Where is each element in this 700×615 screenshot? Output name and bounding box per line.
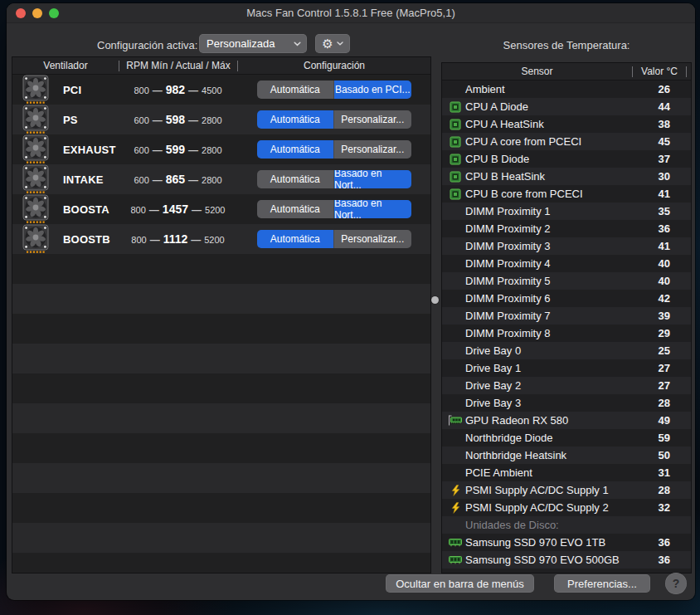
sensor-row[interactable]: DIMM Proximity 1 35 [442,203,691,220]
sensor-value: 36 [648,222,691,235]
splitter-handle[interactable] [431,296,439,304]
sensor-row[interactable]: DIMM Proximity 5 40 [442,272,691,290]
sensor-value: 41 [648,240,691,252]
sensor-row[interactable]: DIMM Proximity 2 36 [442,220,691,237]
minimize-button[interactable] [32,8,42,18]
sensor-row[interactable]: Drive Bay 2 27 [442,377,691,394]
rpm-separator: — [188,174,198,186]
fan-name: BOOSTA [63,203,109,216]
sensor-row[interactable]: PSMI Supply AC/DC Supply 2 32 [442,499,691,516]
sensor-row[interactable]: DIMM Proximity 8 29 [442,325,691,342]
fan-rpm-max: 5200 [205,205,225,215]
settings-menu-button[interactable]: ⚙ [315,34,350,53]
fan-rpm: 800—1457—5200 [119,202,237,217]
zoom-button[interactable] [49,8,59,18]
sensor-row[interactable]: CPU A HeatSink 38 [442,115,691,133]
auto-mode-button[interactable]: Automática [257,200,334,218]
fan-name: BOOSTB [63,233,110,246]
fan-rpm-min: 800 [134,85,148,95]
title-bar: Macs Fan Control 1.5.8.1 Free (MacPro5,1… [7,3,695,23]
fan-table-header: Ventilador RPM Mín / Actual / Máx Config… [12,57,430,75]
fan-row[interactable]: PCI 800—982—4500 Automática Basado en PC… [12,75,430,105]
sensor-row[interactable]: DIMM Proximity 3 41 [442,237,691,255]
fan-row[interactable]: BOOSTA 800—1457—5200 Automática Basado e… [12,194,430,224]
auto-mode-button[interactable]: Automática [257,230,334,248]
custom-mode-button[interactable]: Personalizar... [333,230,411,248]
fan-rpm-max: 2800 [202,115,221,125]
sensor-row[interactable]: Samsung SSD 970 EVO 500GB 36 [442,551,691,569]
cpu-icon [446,101,464,113]
sensor-value: 25 [648,344,691,357]
sensor-row[interactable]: Unidades de Disco: [442,516,691,534]
fan-column-header: Ventilador [12,60,119,71]
hide-in-menubar-button[interactable]: Ocultar en barra de menús [386,574,534,593]
auto-mode-button[interactable]: Automática [257,110,334,129]
disk-icon [446,555,464,564]
sensor-row[interactable]: Ambient 26 [442,81,691,98]
sensor-row[interactable]: Drive Bay 0 25 [442,342,691,359]
sensor-row[interactable]: DIMM Proximity 7 39 [442,307,691,325]
sensor-name: CPU A Diode [464,100,648,113]
sensor-column-header: Sensor [442,66,632,77]
sensor-row[interactable]: PSMI Supply AC/DC Supply 1 28 [442,481,691,499]
custom-mode-button[interactable]: Personalizar... [333,140,411,159]
custom-mode-button[interactable]: Basado en Nort... [333,170,411,188]
fan-row[interactable]: PS 600—598—2800 Automática Personalizar.… [12,105,430,134]
sensor-row[interactable]: CPU A Diode 44 [442,98,691,115]
fan-icon [22,224,49,254]
cpu-icon [446,136,464,148]
sensor-name: DIMM Proximity 4 [464,257,648,270]
fan-rpm-min: 600 [134,175,148,185]
config-select[interactable]: Personalizada [199,34,307,53]
fan-name: INTAKE [63,173,104,186]
fan-rpm-current: 1457 [163,203,188,216]
sensor-row[interactable]: Drive Bay 3 28 [442,394,691,412]
fan-rpm-max: 2800 [202,175,221,185]
sensor-value: 41 [648,188,691,200]
fan-mode-segmented-control: Automática Personalizar... [257,230,411,248]
sensor-row[interactable]: Samsung SSD 970 EVO 1TB 36 [442,534,691,551]
power-icon [446,485,464,496]
sensor-row[interactable]: CPU A core from PCECI 45 [442,133,691,150]
sensor-name: DIMM Proximity 1 [464,205,648,217]
sensor-row[interactable]: GPU Radeon RX 580 49 [442,412,691,429]
sensor-row[interactable]: DIMM Proximity 6 42 [442,290,691,307]
custom-mode-button[interactable]: Personalizar... [333,110,411,129]
fan-name: PS [63,114,78,126]
fan-row[interactable]: EXHAUST 600—599—2800 Automática Personal… [12,134,430,164]
sensor-name: DIMM Proximity 6 [464,292,648,305]
sensor-row[interactable]: CPU B core from PCECI 41 [442,185,691,203]
sensor-row[interactable]: Northbridge Heatsink 50 [442,447,691,464]
fan-row[interactable]: INTAKE 600—865—2800 Automática Basado en… [12,164,430,194]
sensor-name: Drive Bay 1 [464,362,648,374]
fan-rpm-max: 4500 [202,85,221,95]
custom-mode-button[interactable]: Basado en PCI... [333,81,411,99]
sensor-row[interactable]: CPU B HeatSink 30 [442,168,691,185]
fan-rpm-max: 2800 [202,145,221,155]
help-button[interactable]: ? [665,573,687,594]
sensor-row[interactable]: Northbridge Diode 59 [442,429,691,447]
fan-mode-segmented-control: Automática Basado en PCI... [257,81,411,99]
rpm-separator: — [188,144,198,156]
sensor-row[interactable]: DIMM Proximity 4 40 [442,255,691,272]
fan-rpm: 800—982—4500 [119,82,237,97]
sensor-value: 38 [648,118,691,130]
sensor-name: Samsung SSD 970 EVO 500GB [464,554,648,566]
auto-mode-button[interactable]: Automática [257,170,334,188]
preferences-button[interactable]: Preferencias... [554,574,650,593]
auto-mode-button[interactable]: Automática [257,140,334,159]
rpm-separator: — [188,85,198,96]
sensor-row[interactable]: PCIE Ambient 31 [442,464,691,481]
sensor-row[interactable]: CPU B Diode 37 [442,150,691,168]
custom-mode-button[interactable]: Basado en Nort... [333,200,411,218]
power-icon [446,502,464,514]
sensor-name: PSMI Supply AC/DC Supply 1 [464,484,648,496]
auto-mode-button[interactable]: Automática [257,81,334,99]
close-button[interactable] [16,8,26,18]
active-config-label: Configuración activa: [97,39,197,51]
fan-row[interactable]: BOOSTB 800—1112—5200 Automática Personal… [12,224,430,254]
cpu-icon [446,154,464,165]
sensor-row[interactable]: Drive Bay 1 27 [442,359,691,377]
chevron-down-icon [294,41,301,46]
fan-rpm-min: 600 [134,145,148,155]
